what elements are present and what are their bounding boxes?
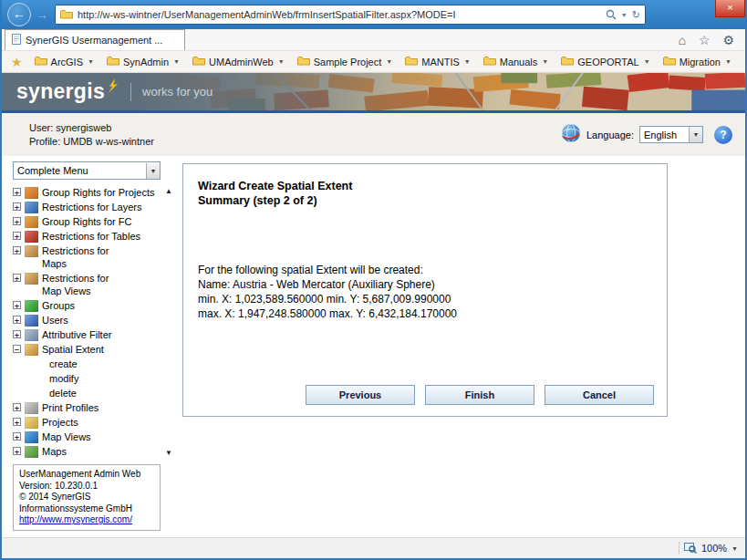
status-bar: 100% ▼ (2, 537, 745, 558)
print-profiles-icon (25, 402, 38, 414)
logo-divider (130, 83, 131, 101)
browser-window: ← → http://w-ws-wintner/UserManagementAd… (0, 0, 747, 560)
folder-icon (107, 56, 119, 67)
scroll-up-icon[interactable]: ▲ (165, 187, 172, 195)
expand-icon[interactable] (13, 232, 21, 240)
tree-item-label: Maps (42, 445, 67, 458)
close-button[interactable]: × (715, 0, 745, 17)
favorite-item-migration[interactable]: Migration ▼ (657, 54, 738, 69)
synergis-logo: synergis (16, 79, 105, 104)
tree-item-create[interactable]: create (13, 357, 161, 371)
tree-item-projects[interactable]: Projects (13, 415, 161, 430)
tree-item-label: Restrictions for Layers (42, 201, 141, 213)
restrictions-map-views-icon (25, 273, 38, 285)
favorite-item-arcgis[interactable]: ArcGIS ▼ (28, 54, 100, 69)
wizard-title: Wizard Create Spatial Extent Summary (st… (198, 179, 654, 208)
help-button[interactable]: ? (714, 126, 732, 144)
favorite-label: ArcGIS (51, 57, 83, 67)
synergis-link[interactable]: http://www.mysynergis.com/ (19, 514, 132, 524)
search-icon[interactable] (606, 9, 617, 20)
summary-intro: For the following spatial Extent will be… (198, 263, 654, 277)
browser-tab[interactable]: SynerGIS Usermanagement ... (5, 29, 185, 50)
settings-gear-icon[interactable]: ⚙ (722, 33, 734, 47)
favorite-item-mantis[interactable]: MANTIS ▼ (399, 54, 477, 69)
folder-icon (35, 56, 47, 67)
tree-item-attributive-filter[interactable]: Attributive Filter (13, 327, 161, 342)
favorites-star-icon[interactable]: ★ (11, 55, 23, 69)
tree-item-label: Spatial Extent (42, 343, 104, 356)
scroll-down-icon[interactable]: ▼ (165, 449, 172, 457)
url-text: http://w-ws-wintner/UserManagementAdminW… (78, 9, 601, 20)
expand-icon[interactable] (13, 447, 21, 455)
tree-item-label: Restrictions for Map Views (42, 272, 130, 297)
favorites-icon[interactable]: ☆ (699, 33, 711, 47)
expand-icon[interactable] (13, 316, 21, 324)
expand-icon[interactable] (13, 274, 21, 282)
tree-item-maps[interactable]: Maps (13, 444, 161, 459)
projects-icon (25, 417, 38, 429)
tree-item-spatial-extent[interactable]: Spatial Extent (13, 342, 161, 357)
summary-name: Name: Austria - Web Mercator (Auxiliary … (198, 277, 654, 292)
home-icon[interactable]: ⌂ (678, 33, 685, 47)
footer-company: Informationssysteme GmbH (19, 503, 154, 515)
expand-icon[interactable] (13, 301, 21, 309)
zoom-control[interactable]: 100% ▼ (684, 542, 738, 555)
tree-item-modify[interactable]: modify (13, 371, 161, 386)
expand-icon[interactable] (13, 418, 21, 426)
refresh-icon[interactable]: ↻ (632, 9, 640, 21)
tree-item-print-profiles[interactable]: Print Profiles (13, 400, 161, 415)
tree-item-restrictions-map-views[interactable]: Restrictions for Map Views (13, 271, 161, 298)
tree-item-users[interactable]: Users (13, 313, 161, 327)
tree-item-label: Map Views (42, 430, 91, 443)
favorite-item-synadmin[interactable]: SynAdmin ▼ (100, 54, 186, 69)
tree-item-restrictions-tables[interactable]: Restrictions for Tables (13, 229, 161, 244)
finish-button[interactable]: Finish (425, 385, 534, 405)
tree-item-delete[interactable]: delete (13, 386, 161, 400)
folder-icon (663, 56, 676, 67)
favorite-item-manuals[interactable]: Manuals ▼ (477, 54, 555, 69)
tree-item-restrictions-layers[interactable]: Restrictions for Layers (13, 200, 161, 214)
forward-button[interactable]: → (36, 7, 48, 22)
expand-icon[interactable] (13, 188, 21, 196)
main-area: Wizard Create Spatial Extent Summary (st… (175, 156, 745, 537)
expand-icon[interactable] (13, 246, 21, 254)
tab-favicon (12, 34, 21, 47)
expand-icon[interactable] (13, 217, 21, 225)
favorite-item-sample-project[interactable]: Sample Project ▼ (291, 54, 399, 69)
menu-dropdown[interactable]: Complete Menu ▼ (13, 161, 161, 180)
expand-icon[interactable] (13, 432, 21, 441)
folder-icon (192, 56, 205, 67)
tree-item-label: Attributive Filter (42, 328, 111, 341)
caret-down-icon: ▼ (725, 58, 731, 65)
caret-down-icon: ▼ (644, 58, 650, 65)
folder-icon (483, 56, 496, 67)
caret-down-icon: ▼ (464, 58, 471, 65)
group-rights-fc-icon (25, 216, 38, 228)
navigation-tree: Group Rights for Projects Restrictions f… (13, 185, 173, 459)
expand-icon[interactable] (13, 202, 21, 211)
favorite-label: MANTIS (421, 57, 460, 67)
favorite-label: SynAdmin (123, 57, 169, 67)
back-button[interactable]: ← (7, 3, 31, 26)
wizard-panel: Wizard Create Spatial Extent Summary (st… (182, 163, 668, 417)
tree-item-group-rights-projects[interactable]: Group Rights for Projects (13, 185, 161, 200)
tree-item-groups[interactable]: Groups (13, 298, 161, 313)
tab-title: SynerGIS Usermanagement ... (26, 35, 162, 46)
profile-value: UMDB w-ws-wintner (63, 136, 154, 147)
cancel-button[interactable]: Cancel (545, 385, 654, 405)
tree-item-map-views[interactable]: Map Views (13, 430, 161, 444)
restrictions-maps-icon (25, 245, 38, 257)
expand-icon[interactable] (13, 403, 21, 411)
address-bar[interactable]: http://w-ws-wintner/UserManagementAdminW… (55, 5, 646, 25)
tree-item-label: Group Rights for FC (42, 215, 131, 228)
address-dropdown-caret-icon[interactable]: ▼ (621, 12, 628, 18)
favorite-item-geoportal[interactable]: GEOPORTAL ▼ (555, 54, 656, 69)
collapse-icon[interactable] (13, 345, 21, 353)
expand-icon[interactable] (13, 330, 21, 338)
tree-item-restrictions-maps[interactable]: Restrictions for Maps (13, 244, 161, 271)
tree-item-group-rights-fc[interactable]: Group Rights for FC (13, 214, 161, 229)
previous-button[interactable]: Previous (306, 385, 415, 405)
favorite-item-umadminweb[interactable]: UMAdminWeb ▼ (186, 54, 291, 69)
footer-app-name: UserManagement Admin Web (19, 469, 154, 481)
language-select[interactable]: English ▼ (639, 126, 703, 143)
